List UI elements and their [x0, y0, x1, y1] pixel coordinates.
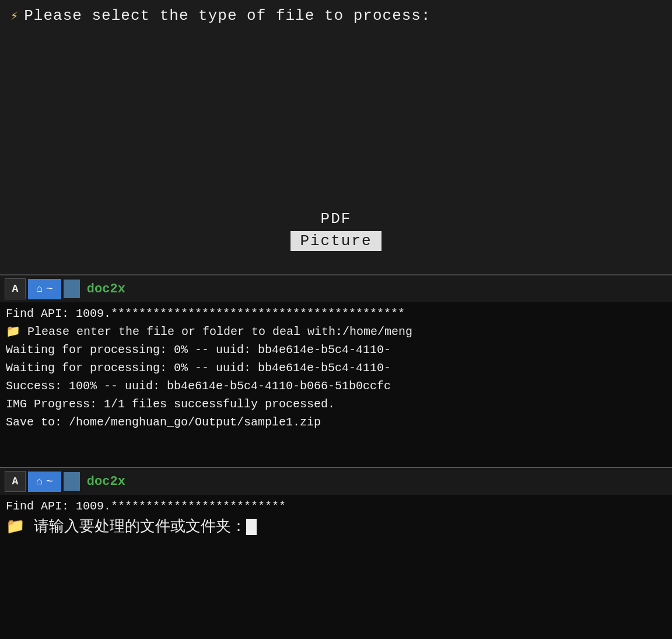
prompt-icon: ⚡ [10, 8, 18, 24]
menu-item-picture[interactable]: Picture [290, 231, 381, 251]
terminal-line-success: Success: 100% -- uuid: bb4e614e-b5c4-411… [6, 377, 666, 395]
home-icon-1: ⌂ [36, 283, 43, 295]
terminal-line-find-api-2: Find API: 1009.************************* [6, 497, 666, 515]
terminal-body-2: Find API: 1009.*************************… [0, 495, 672, 541]
terminal-tab-bar-2: A ⌂ ~ doc2x [0, 468, 672, 495]
tab-tilde-1: ~ [46, 282, 53, 296]
folder-text-1: Please enter the file or folder to deal … [20, 325, 412, 338]
cursor-block [246, 519, 257, 535]
top-section: ⚡ Please select the type of file to proc… [0, 0, 672, 274]
arch-logo-2: A [5, 471, 26, 492]
arch-logo-1: A [5, 278, 26, 299]
terminal-section-1: A ⌂ ~ doc2x Find API: 1009.*************… [0, 274, 672, 467]
terminal-line-img-progress: IMG Progress: 1/1 files successfully pro… [6, 395, 666, 413]
tab-tilde-2: ~ [46, 475, 53, 488]
tab-home-2[interactable]: ⌂ ~ [28, 472, 61, 492]
terminal-body-1: Find API: 1009.*************************… [0, 302, 672, 434]
tab-color-block-1 [64, 280, 80, 298]
terminal-line-find-api-1: Find API: 1009.*************************… [6, 305, 666, 323]
terminal-tab-bar-1: A ⌂ ~ doc2x [0, 275, 672, 302]
tab-color-block-2 [64, 472, 80, 491]
terminal-line-waiting-1: Waiting for processing: 0% -- uuid: bb4e… [6, 341, 666, 359]
folder-icon-1: 📁 [6, 325, 20, 338]
tab-name-1: doc2x [82, 282, 125, 296]
terminal-line-waiting-2: Waiting for processing: 0% -- uuid: bb4e… [6, 359, 666, 377]
tab-name-2: doc2x [82, 474, 125, 489]
terminal-line-save-to: Save to: /home/menghuan_go/Output/sample… [6, 413, 666, 431]
folder-icon-2: 📁 [6, 518, 24, 536]
top-prompt-bar: ⚡ Please select the type of file to proc… [0, 0, 672, 32]
prompt-text: Please select the type of file to proces… [24, 7, 430, 25]
home-icon-2: ⌂ [36, 476, 43, 487]
tab-home-1[interactable]: ⌂ ~ [28, 279, 61, 299]
menu-item-pdf[interactable]: PDF [321, 210, 352, 228]
chinese-text: 请输入要处理的文件或文件夹： [24, 518, 246, 536]
terminal-line-chinese: 📁 请输入要处理的文件或文件夹： [6, 515, 666, 539]
menu-area: PDF Picture [0, 32, 672, 274]
terminal-section-2: A ⌂ ~ doc2x Find API: 1009.*************… [0, 467, 672, 639]
terminal-line-folder-1: 📁 Please enter the file or folder to dea… [6, 323, 666, 341]
